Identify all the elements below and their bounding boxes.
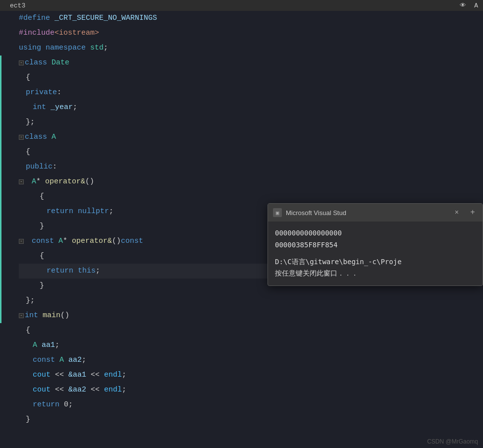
token-nullptr: nullptr	[78, 204, 109, 219]
token-space	[86, 41, 90, 56]
code-line: #include <iostream>	[19, 26, 483, 41]
popup-app-icon: ▣	[273, 208, 282, 217]
token-return2: return	[47, 264, 73, 279]
token-parens3: ()	[60, 308, 69, 323]
code-line: using namespace std ;	[19, 41, 483, 56]
token-endl2: endl	[104, 383, 122, 397]
code-line: {	[19, 145, 483, 160]
token-closebrace3: }	[40, 279, 44, 293]
token-a: A	[52, 130, 56, 145]
token-brace3: {	[40, 189, 44, 204]
code-line: cout << &aa2 << endl ;	[19, 383, 483, 397]
collapse-class-date[interactable]: -	[19, 60, 24, 65]
token-const3: const	[33, 353, 55, 368]
editor-area: #define _CRT_SECURE_NO_WARNINGS #include…	[0, 11, 483, 448]
code-line: }	[19, 412, 483, 427]
token-brace5: {	[26, 323, 30, 338]
token-year: _year	[46, 100, 73, 115]
token-parens: ()	[85, 174, 94, 189]
token-private: private	[26, 85, 57, 100]
token-star2: *	[63, 234, 72, 249]
token-namespace: namespace	[46, 41, 86, 56]
code-line: {	[19, 70, 483, 85]
token-a3: A	[58, 234, 63, 249]
popup-window: ▣ Microsoft Visual Stud × + 000000000000…	[268, 203, 483, 286]
token-colon2: :	[53, 160, 57, 174]
popup-add-button[interactable]: +	[468, 208, 478, 218]
token-parens2: ()	[112, 234, 121, 249]
token-macro: _CRT_SECURE_NO_WARNINGS	[50, 11, 157, 26]
token-return3: return	[33, 397, 59, 412]
token-date: Date	[52, 56, 69, 70]
token-return: return	[47, 204, 73, 219]
code-line: int _year ;	[19, 100, 483, 115]
token-space	[47, 130, 52, 145]
popup-title: Microsoft Visual Stud	[286, 209, 448, 217]
token-space	[73, 264, 78, 279]
code-line: cout << &aa1 << endl ;	[19, 368, 483, 383]
collapse-main[interactable]: -	[19, 313, 24, 318]
token-semi4: ;	[55, 338, 59, 353]
token-cout: cout	[33, 368, 51, 383]
collapse-op2[interactable]: -	[19, 239, 24, 244]
token-lshift4: <<	[86, 383, 104, 397]
code-line: {	[19, 323, 483, 338]
token-space	[54, 234, 58, 249]
token-closebrace: };	[26, 115, 35, 130]
token-opref: operator&	[45, 174, 85, 189]
line-numbers	[0, 11, 15, 448]
code-line: #define _CRT_SECURE_NO_WARNINGS	[19, 11, 483, 26]
title-bar-label: A	[474, 2, 478, 9]
popup-close-button[interactable]: ×	[452, 208, 462, 218]
popup-body: 0000000000000000 00000385F8FF854 D:\C语言\…	[268, 222, 483, 285]
token-a5: A	[59, 353, 64, 368]
token-lshift: <<	[51, 368, 68, 383]
code-line: {	[19, 189, 483, 204]
popup-output-line1: 0000000000000000	[275, 227, 476, 239]
token-semi5: ;	[82, 353, 86, 368]
token-define: #define	[19, 11, 50, 26]
popup-titlebar: ▣ Microsoft Visual Stud × +	[268, 204, 483, 222]
token-class: class	[25, 56, 47, 70]
token-space	[38, 308, 43, 323]
token-a4: A	[33, 338, 37, 353]
token-semi: ;	[73, 100, 77, 115]
token-semi7: ;	[122, 383, 126, 397]
code-line: - int main ()	[19, 308, 483, 323]
token-const2: const	[121, 234, 143, 249]
token-a2: A	[32, 174, 36, 189]
token-aa2: aa2	[64, 353, 82, 368]
token-brace2: {	[26, 145, 30, 160]
title-bar-text: ect3	[10, 2, 25, 9]
watermark: CSDN @MrGaomq	[427, 438, 478, 445]
code-line: public :	[19, 160, 483, 174]
code-line: const A aa2 ;	[19, 353, 483, 368]
token-public: public	[26, 160, 53, 174]
code-line: - class A	[19, 130, 483, 145]
title-bar: ect3 👁 A	[0, 0, 483, 11]
code-line: };	[19, 293, 483, 308]
collapse-class-a[interactable]: -	[19, 135, 24, 140]
token-aa1: aa1	[37, 338, 55, 353]
token-main: main	[43, 308, 60, 323]
token-using: using	[19, 41, 41, 56]
code-line: return 0;	[19, 397, 483, 412]
token-closebrace5: }	[26, 412, 30, 427]
token-lshift3: <<	[51, 383, 68, 397]
code-line: A aa1 ;	[19, 338, 483, 353]
token-semi2: ;	[109, 204, 113, 219]
token-brace4: {	[40, 249, 44, 264]
token-closebrace2: }	[40, 219, 44, 234]
token-cout2: cout	[33, 383, 51, 397]
token-include: #include	[19, 26, 54, 41]
token-space	[47, 56, 52, 70]
token-space	[55, 353, 59, 368]
token-iostream: <iostream>	[54, 26, 99, 41]
title-bar-icon: 👁	[460, 2, 470, 9]
token-endl: endl	[104, 368, 122, 383]
collapse-op1[interactable]: -	[19, 179, 24, 184]
token-semi: ;	[104, 41, 108, 56]
token-std: std	[90, 41, 104, 56]
token-ref-aa2: &aa2	[68, 383, 86, 397]
token-ref-aa1: &aa1	[68, 368, 86, 383]
